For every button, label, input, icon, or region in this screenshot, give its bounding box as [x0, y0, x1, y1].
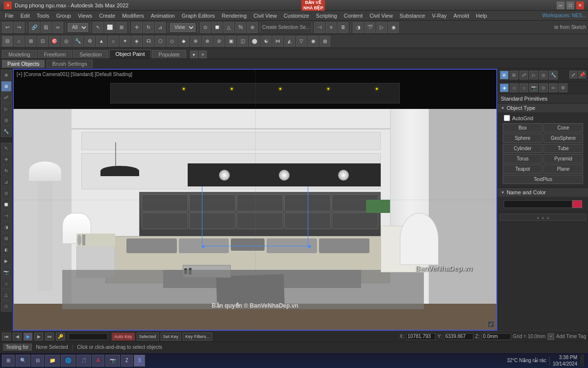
tb2-btn19[interactable]: ⊘	[214, 36, 224, 47]
lt-light-btn[interactable]: ☼	[1, 278, 12, 289]
tab-freeform[interactable]: Freeform	[38, 50, 73, 58]
rp-expand-btn[interactable]: ⤢	[569, 71, 577, 79]
selected-button[interactable]: Selected	[137, 333, 159, 341]
lt-display-btn[interactable]: ◎	[1, 115, 12, 126]
rp-modify-icon[interactable]: ⊞	[510, 71, 518, 79]
close-button[interactable]: ✕	[576, 1, 584, 9]
start-button[interactable]: ⊞	[2, 355, 15, 367]
name-color-header[interactable]: ▼ Name and Color	[498, 188, 588, 197]
menu-edit[interactable]: Edit	[18, 12, 33, 19]
media-taskbar[interactable]: 🎵	[76, 355, 91, 367]
btn-box[interactable]: Box	[503, 123, 542, 132]
menu-vray[interactable]: V-Ray	[429, 12, 450, 19]
menu-group[interactable]: Group	[53, 12, 74, 19]
tb2-btn21[interactable]: ◫	[237, 36, 248, 47]
lt-material-btn[interactable]: ◐	[1, 244, 12, 255]
key-filters-button[interactable]: Key Filters...	[183, 333, 212, 341]
btn-teapot[interactable]: Teapot	[503, 164, 542, 174]
tb2-btn14[interactable]: ⬡	[155, 36, 166, 47]
select-window-button[interactable]: ⊞	[116, 22, 127, 33]
lt-geometry-btn[interactable]: △	[1, 289, 12, 300]
go-start-button[interactable]: ⏮	[2, 333, 11, 341]
select-region-button[interactable]: ⬜	[104, 22, 115, 33]
lt-mirror-btn[interactable]: ⊣	[1, 210, 12, 221]
show-desktop-button[interactable]	[580, 355, 584, 367]
tb2-btn6[interactable]: ◎	[61, 36, 72, 47]
align-options-button[interactable]: ≣	[338, 22, 348, 33]
go-end-button[interactable]: ⏭	[45, 333, 54, 341]
lt-shape-btn[interactable]: ◇	[1, 301, 12, 312]
3dsmax-taskbar[interactable]: 3	[134, 355, 146, 367]
spinner-snap-button[interactable]: ⊛	[247, 22, 258, 33]
btn-pyramid[interactable]: Pyramid	[543, 154, 583, 163]
tb2-btn2[interactable]: ⌂	[14, 36, 24, 47]
tb2-btn24[interactable]: ⋈	[272, 36, 283, 47]
btn-sphere[interactable]: Sphere	[503, 133, 542, 143]
lt-isolate-btn[interactable]: ◑	[1, 222, 12, 233]
pivot-button[interactable]: ⊙	[200, 22, 211, 33]
tb2-btn1[interactable]: ⊟	[2, 36, 13, 47]
material-editor-button[interactable]: ◑	[353, 22, 364, 33]
tb2-btn23[interactable]: ☯	[261, 36, 271, 47]
tb2-btn12[interactable]: ◈	[131, 36, 142, 47]
prev-frame-button[interactable]: ◀	[13, 333, 22, 341]
rp-create-icon[interactable]: ⊕	[500, 71, 509, 79]
set-key-button[interactable]: Set Key	[161, 333, 181, 341]
search-taskbar-button[interactable]: 🔍	[16, 355, 30, 367]
lt-hierarchy-btn[interactable]: ☍	[1, 92, 12, 103]
lt-camera-btn[interactable]: 📷	[1, 267, 12, 278]
play-button[interactable]: ▶	[24, 333, 32, 341]
lt-scale-btn[interactable]: ⊿	[1, 177, 12, 187]
tb2-btn16[interactable]: ◆	[178, 36, 189, 47]
x-coord-input[interactable]	[406, 333, 436, 340]
tab-modeling[interactable]: Modeling	[2, 50, 37, 58]
tb2-btn9[interactable]: ▲	[96, 36, 107, 47]
auto-key-button[interactable]: Auto Key	[112, 333, 135, 341]
align-button[interactable]: ≡	[326, 22, 337, 33]
lt-place-btn[interactable]: ⊙	[1, 188, 12, 199]
lt-snap-btn[interactable]: 🔲	[1, 199, 12, 210]
tb2-btn11[interactable]: ✦	[120, 36, 130, 47]
rp-camera-icon2[interactable]: 📷	[529, 83, 538, 92]
menu-customize[interactable]: Customize	[281, 12, 312, 19]
minimize-button[interactable]: ─	[557, 1, 564, 9]
menu-modifiers[interactable]: Modifiers	[119, 12, 147, 19]
menu-civil-view[interactable]: Civil View	[250, 12, 279, 19]
color-swatch[interactable]	[572, 200, 582, 208]
scale-button[interactable]: ⊿	[155, 22, 166, 33]
menu-substance[interactable]: Substance	[397, 12, 428, 19]
key-mode-button[interactable]: 🔑	[56, 333, 65, 341]
btn-tube[interactable]: Tube	[543, 144, 583, 153]
filter-dropdown[interactable]: All	[68, 23, 88, 32]
rp-pin-btn[interactable]: 📌	[578, 71, 586, 79]
btn-torus[interactable]: Torus	[503, 154, 542, 163]
angle-snap-button[interactable]: △	[223, 22, 234, 33]
bind-space-warp-button[interactable]: ∞	[52, 22, 63, 33]
lt-wire-btn[interactable]: ⊟	[1, 233, 12, 244]
lt-utilities-btn[interactable]: 🔧	[1, 126, 12, 137]
tb2-btn18[interactable]: ⊗	[202, 36, 213, 47]
lt-modify-btn[interactable]: ⊞	[1, 81, 12, 92]
rp-geo-icon[interactable]: ◈	[500, 83, 509, 92]
menu-scripting[interactable]: Scripting	[313, 12, 340, 19]
tb2-btn17[interactable]: ⊕	[190, 36, 201, 47]
object-type-header[interactable]: ▼ Object Type	[498, 104, 588, 112]
rp-utilities-icon[interactable]: 🔧	[549, 71, 558, 79]
menu-create[interactable]: Create	[96, 12, 118, 19]
unlink-button[interactable]: ⛓	[41, 22, 51, 33]
rp-system-icon[interactable]: ⚙	[559, 83, 567, 92]
maximize-button[interactable]: □	[566, 1, 574, 9]
tb2-btn10[interactable]: ☼	[108, 36, 119, 47]
rp-collapse-btn[interactable]: ▲ ▲ ▲	[500, 214, 586, 221]
tb2-btn20[interactable]: ▣	[225, 36, 236, 47]
menu-graph-editors[interactable]: Graph Editors	[179, 12, 218, 19]
camera-taskbar[interactable]: 📷	[105, 355, 120, 367]
tb2-btn28[interactable]: ◍	[319, 36, 330, 47]
redo-button[interactable]: ↪	[14, 22, 24, 33]
tb2-btn7[interactable]: 🔧	[73, 36, 83, 47]
select-link-button[interactable]: 🔗	[29, 22, 40, 33]
btn-plane[interactable]: Plane	[543, 164, 583, 174]
viewport[interactable]: [+] [Corona Camera001] [Standard] [Defau…	[13, 69, 497, 331]
rotate-button[interactable]: ↻	[143, 22, 154, 33]
percent-snap-button[interactable]: %	[235, 22, 246, 33]
